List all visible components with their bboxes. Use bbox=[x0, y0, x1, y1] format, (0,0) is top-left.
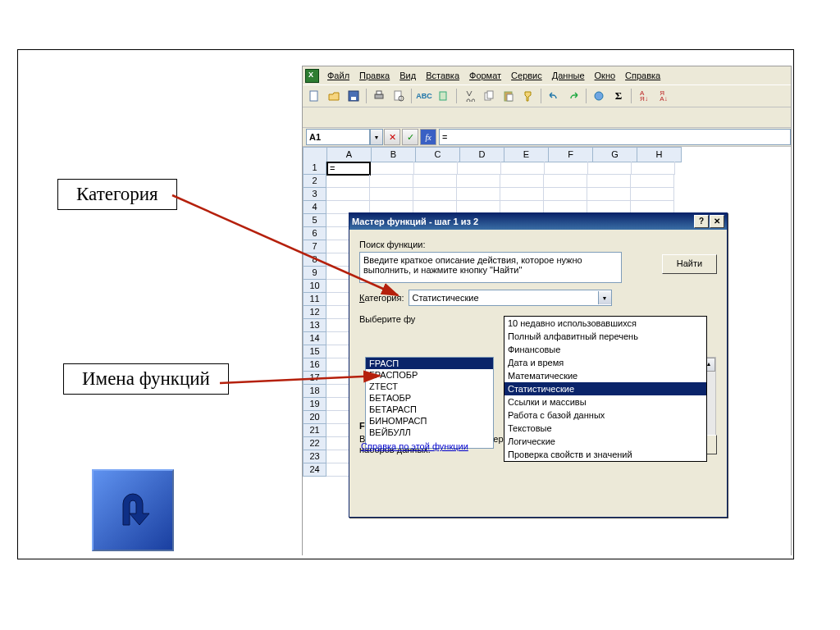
redo-icon[interactable] bbox=[564, 87, 582, 105]
dropdown-item[interactable]: 10 недавно использовавшихся bbox=[504, 317, 706, 330]
function-list-item[interactable]: БИНОМРАСП bbox=[366, 415, 493, 427]
formula-input[interactable]: = bbox=[439, 129, 791, 145]
function-list-item[interactable]: ВЕЙБУЛЛ bbox=[366, 427, 493, 438]
cell[interactable] bbox=[414, 162, 458, 175]
cell[interactable] bbox=[587, 175, 631, 188]
row-header[interactable]: 16 bbox=[303, 358, 326, 372]
category-dropdown-list[interactable]: 10 недавно использовавшихсяПолный алфави… bbox=[504, 316, 707, 462]
cell[interactable] bbox=[371, 162, 414, 175]
cell[interactable] bbox=[500, 175, 544, 188]
name-box-dropdown-icon[interactable]: ▼ bbox=[370, 129, 383, 145]
menu-edit[interactable]: Правка bbox=[354, 68, 395, 83]
dropdown-item[interactable]: Финансовые bbox=[504, 343, 706, 356]
row-header[interactable]: 14 bbox=[303, 332, 326, 345]
sort-desc-icon[interactable]: ЯА↓ bbox=[655, 87, 673, 105]
menu-window[interactable]: Окно bbox=[590, 68, 621, 83]
excel-icon bbox=[305, 69, 319, 83]
select-all-corner[interactable] bbox=[303, 147, 327, 162]
dropdown-item[interactable]: Дата и время bbox=[504, 356, 706, 369]
print-icon[interactable] bbox=[370, 87, 388, 105]
row-header[interactable]: 23 bbox=[303, 450, 326, 463]
cell[interactable] bbox=[544, 175, 587, 188]
cell[interactable] bbox=[457, 188, 500, 201]
cell[interactable] bbox=[370, 175, 413, 188]
col-header[interactable]: A bbox=[327, 147, 372, 162]
dropdown-item[interactable]: Работа с базой данных bbox=[504, 409, 706, 422]
row-header[interactable]: 1 bbox=[303, 162, 326, 175]
undo-icon[interactable] bbox=[545, 87, 563, 105]
help-icon[interactable]: ? bbox=[694, 215, 709, 228]
hyperlink-icon[interactable] bbox=[590, 87, 608, 105]
dropdown-item[interactable]: Математические bbox=[504, 369, 706, 382]
new-icon[interactable] bbox=[305, 87, 323, 105]
cell[interactable] bbox=[631, 175, 674, 188]
paste-icon[interactable] bbox=[500, 87, 518, 105]
menu-format[interactable]: Формат bbox=[464, 68, 506, 83]
row-header[interactable]: 20 bbox=[303, 411, 326, 424]
col-header[interactable]: D bbox=[460, 147, 504, 162]
svg-rect-2 bbox=[351, 97, 356, 100]
back-nav-button[interactable] bbox=[92, 469, 174, 551]
col-header[interactable]: C bbox=[416, 147, 460, 162]
cell[interactable] bbox=[588, 162, 632, 175]
name-box[interactable]: A1 bbox=[306, 129, 370, 145]
format-painter-icon[interactable] bbox=[519, 87, 537, 105]
cell[interactable]: = bbox=[326, 162, 371, 176]
col-header[interactable]: B bbox=[372, 147, 416, 162]
row-header[interactable]: 15 bbox=[303, 345, 326, 358]
accept-formula-icon[interactable]: ✓ bbox=[402, 129, 418, 145]
cell[interactable] bbox=[457, 175, 500, 188]
sort-asc-icon[interactable]: АЯ↓ bbox=[635, 87, 653, 105]
dropdown-item[interactable]: Полный алфавитный перечень bbox=[504, 330, 706, 343]
cell[interactable] bbox=[501, 162, 545, 175]
function-list-item[interactable]: FРАСП bbox=[366, 358, 493, 369]
copy-icon[interactable] bbox=[480, 87, 498, 105]
research-icon[interactable] bbox=[435, 87, 453, 105]
save-icon[interactable] bbox=[345, 87, 363, 105]
col-header[interactable]: G bbox=[593, 147, 637, 162]
cell[interactable] bbox=[632, 162, 675, 175]
dropdown-item[interactable]: Текстовые bbox=[504, 422, 706, 435]
col-header[interactable]: E bbox=[504, 147, 549, 162]
row-header[interactable]: 22 bbox=[303, 437, 326, 450]
menu-tools[interactable]: Сервис bbox=[506, 68, 547, 83]
menu-insert[interactable]: Вставка bbox=[421, 68, 464, 83]
row-header[interactable]: 21 bbox=[303, 424, 326, 437]
close-icon[interactable]: ✕ bbox=[710, 215, 724, 228]
cell[interactable] bbox=[544, 188, 587, 201]
cut-icon[interactable] bbox=[460, 87, 478, 105]
help-link[interactable]: Справка по этой функции bbox=[361, 441, 468, 451]
fx-icon[interactable]: fx bbox=[420, 129, 436, 145]
cell[interactable] bbox=[545, 162, 588, 175]
dropdown-item[interactable]: Логические bbox=[504, 435, 706, 448]
cell[interactable] bbox=[631, 188, 674, 201]
menu-data[interactable]: Данные bbox=[547, 68, 590, 83]
cell[interactable] bbox=[413, 188, 457, 201]
spelling-icon[interactable]: ABC bbox=[415, 87, 433, 105]
dropdown-item[interactable]: Статистические bbox=[504, 382, 706, 395]
arrow-to-function-names bbox=[220, 373, 400, 406]
col-header[interactable]: H bbox=[637, 147, 682, 162]
category-combo[interactable]: Статистические ▼ bbox=[409, 290, 612, 306]
cell[interactable] bbox=[413, 175, 457, 188]
row-header[interactable]: 2 bbox=[303, 175, 326, 188]
cell[interactable] bbox=[326, 175, 370, 188]
dropdown-item[interactable]: Ссылки и массивы bbox=[504, 395, 706, 409]
open-icon[interactable] bbox=[325, 87, 343, 105]
print-preview-icon[interactable] bbox=[390, 87, 408, 105]
row-header[interactable]: 24 bbox=[303, 463, 326, 477]
menu-view[interactable]: Вид bbox=[395, 68, 421, 83]
find-button[interactable]: Найти bbox=[662, 254, 717, 274]
dropdown-item[interactable]: Проверка свойств и значений bbox=[504, 448, 706, 461]
cell[interactable] bbox=[458, 162, 501, 175]
autosum-icon[interactable]: Σ bbox=[609, 87, 628, 105]
row-header[interactable]: 13 bbox=[303, 319, 326, 332]
cancel-formula-icon[interactable]: ✕ bbox=[384, 129, 400, 145]
cell[interactable] bbox=[500, 188, 544, 201]
menu-help[interactable]: Справка bbox=[620, 68, 665, 83]
menu-bar: Файл Правка Вид Вставка Формат Сервис Да… bbox=[303, 66, 791, 85]
menu-file[interactable]: Файл bbox=[322, 68, 354, 83]
col-header[interactable]: F bbox=[549, 147, 593, 162]
chevron-down-icon[interactable]: ▼ bbox=[598, 291, 611, 304]
cell[interactable] bbox=[587, 188, 631, 201]
